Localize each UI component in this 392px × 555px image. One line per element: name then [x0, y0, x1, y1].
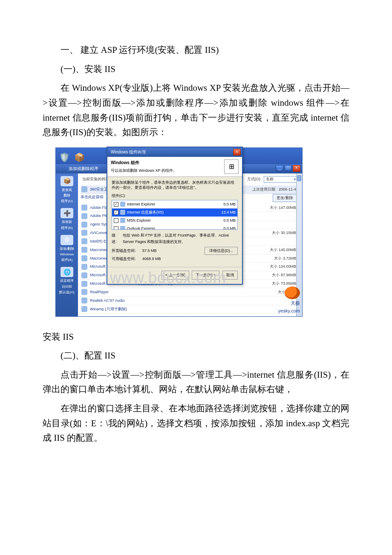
program-size: 大小 73.85MB: [252, 280, 299, 287]
maximize-button[interactable]: □: [284, 165, 292, 172]
program-icon: [81, 230, 87, 236]
component-name: Outlook Express: [127, 225, 214, 230]
close-button[interactable]: ×: [293, 165, 300, 172]
current-programs-label: 当前安装的程序: [82, 176, 109, 182]
disk-available-value: 4068.9 MB: [142, 256, 172, 262]
nav-item[interactable]: 🌐设定程序访问和默认值(O): [57, 267, 77, 295]
program-icon: [81, 298, 87, 304]
program-size: 大小 30.15MB: [252, 230, 299, 236]
paragraph-2: 点击开始—>设置—>控制面版—>管理工具—>internet 信息服务(IIS)…: [43, 367, 349, 397]
component-icon: [120, 218, 125, 223]
close-icon[interactable]: ×: [233, 149, 241, 156]
yesky-icon: [285, 286, 300, 299]
paragraph-1: 在 Windows XP(专业版)上将 Windows XP 安装光盘放入光驱，…: [43, 81, 349, 140]
nav-item[interactable]: 📦更改或删除程序(U): [57, 176, 77, 204]
component-size: 0.0 MB: [214, 201, 236, 208]
checkbox[interactable]: [114, 226, 118, 230]
yesky-logo: 天极yesky.com: [278, 286, 300, 315]
paragraph-3: 在弹出的窗口选择主目录、在本地面路径选择浏览按钮，选择你建立的网站目录(如：E：…: [43, 401, 349, 445]
watermark-text: www.bdocx.com: [110, 265, 226, 290]
figure-install-iis: 🛡️ 📦 添加或删除程序 _ □ × 📦更改或删除程序(U)➕添加新程序(N)⚙…: [55, 147, 349, 317]
disk-available-label: 可用磁盘空间:: [112, 256, 142, 262]
component-row[interactable]: ✓Internet Explorer0.0 MB: [112, 200, 237, 208]
details-button[interactable]: 详细信息(D)...: [205, 247, 238, 255]
component-description-label: 描述:: [112, 232, 120, 245]
component-name: MSN Explorer: [127, 217, 214, 224]
minimize-button[interactable]: _: [276, 165, 283, 172]
nav-item[interactable]: ➕添加新程序(N): [57, 208, 77, 230]
program-icon: [81, 255, 87, 261]
checkbox[interactable]: [114, 218, 118, 223]
program-icon: [81, 306, 87, 312]
wizard-title: Windows 组件向导: [111, 147, 146, 157]
subsection-heading-2: (二)、配置 IIS: [43, 348, 349, 363]
component-icon: [120, 202, 125, 207]
program-icon: [81, 222, 87, 228]
package-icon: 📦: [74, 150, 85, 165]
windows-components-wizard: Windows 组件向导 × Windows 组件 可以添加或删除 Window…: [107, 147, 243, 285]
program-icon: [81, 238, 87, 244]
component-name: Internet Explorer: [127, 201, 214, 208]
program-icon: [81, 264, 87, 270]
program-icon: [81, 247, 87, 253]
component-name: Internet 信息服务(IIS): [127, 209, 214, 216]
component-size: 13.4 MB: [214, 209, 236, 216]
component-row[interactable]: Outlook Express0.0 MB: [112, 225, 237, 230]
change-remove-button[interactable]: 更改/删除: [273, 194, 297, 202]
disk-needed-label: 所需磁盘空间:: [112, 248, 142, 254]
component-row[interactable]: MSN Explorer0.0 MB: [112, 217, 237, 225]
figure-caption-1: 安装 IIS: [43, 330, 349, 344]
sort-select[interactable]: 名称: [264, 176, 298, 183]
checkbox[interactable]: ✓: [114, 210, 118, 215]
program-size: 大小 145.00MB: [252, 247, 299, 253]
program-icon: [81, 186, 87, 192]
program-size: 大小 3.72MB: [252, 255, 299, 262]
program-row[interactable]: Winamp (只用于删除): [81, 305, 300, 314]
wizard-subheading: 可以添加或删除 Windows XP 的组件。: [111, 168, 177, 173]
sort-label: 方式(O):: [247, 176, 262, 182]
left-nav: 📦更改或删除程序(U)➕添加新程序(N)⚙添加/删除Windows组件(A)🌐设…: [56, 173, 78, 316]
program-size: 大小 147.00MB: [252, 205, 299, 211]
checkbox[interactable]: ✓: [114, 202, 118, 207]
last-used-label: 上次使用日期: [252, 187, 275, 191]
nav-icon: 🌐: [61, 267, 73, 277]
support-link[interactable]: 单击此处获得: [81, 194, 104, 200]
subsection-heading-1: (一)、安装 IIS: [43, 62, 349, 77]
component-list[interactable]: ✓Internet Explorer0.0 MB✓Internet 信息服务(I…: [112, 200, 238, 230]
last-used-value: 2006-11-4: [279, 187, 296, 191]
wizard-heading: Windows 组件: [111, 159, 177, 167]
component-size: 0.0 MB: [214, 217, 236, 224]
program-name: Realtek AC'97 Audio: [90, 298, 252, 304]
program-icon: [81, 272, 87, 278]
component-row[interactable]: ✓Internet 信息服务(IIS)13.4 MB: [112, 208, 237, 217]
component-list-label: 组件(C):: [112, 193, 238, 199]
component-icon: [120, 226, 125, 230]
shield-icon: 🛡️: [59, 150, 70, 165]
program-size: 大小 87.96MB: [252, 272, 299, 278]
nav-icon: ➕: [61, 208, 73, 218]
windows-logo-icon: ⊞: [224, 159, 239, 174]
component-icon: [120, 210, 125, 215]
program-name: Winamp (只用于删除): [90, 306, 252, 312]
program-row[interactable]: Realtek AC'97 Audio: [81, 297, 300, 305]
program-size: 大小 134.00MB: [252, 263, 299, 270]
program-icon: [81, 205, 87, 211]
component-size: 0.0 MB: [214, 225, 236, 230]
nav-icon: ⚙: [61, 235, 73, 245]
disk-needed-value: 57.5 MB: [142, 248, 172, 254]
program-icon: [81, 213, 87, 219]
wizard-description: 要添加或删除某个组件，请单击旁边的复选框。灰色框表示只会安装该组件的一部分。要查…: [112, 180, 238, 190]
section-heading: 一、 建立 ASP 运行环境(安装、配置 IIS): [43, 43, 349, 58]
program-icon: [81, 289, 87, 295]
component-description-text: 包括 Web 和 FTP 支持，以及对 FrontPage、事务处理、Activ…: [123, 232, 238, 245]
nav-item[interactable]: ⚙添加/删除Windows组件(A): [57, 235, 77, 263]
nav-icon: 📦: [61, 176, 73, 186]
program-icon: [81, 281, 87, 287]
